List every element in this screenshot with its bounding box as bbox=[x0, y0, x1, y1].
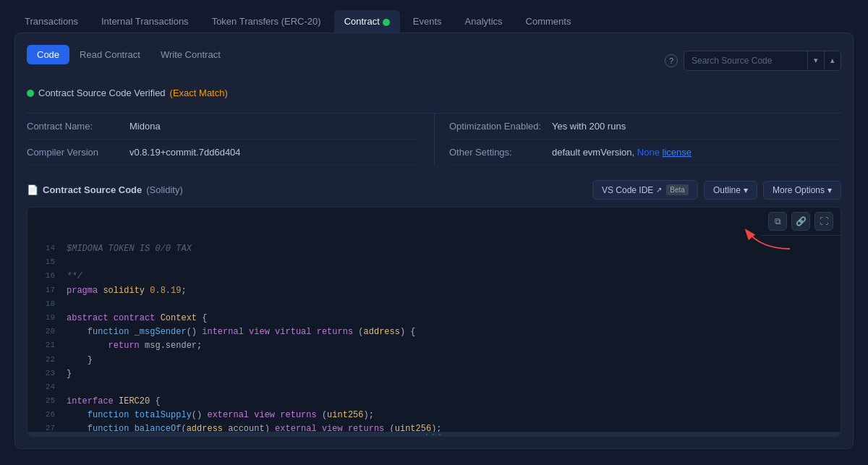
compiler-version-row: Compiler Version v0.8.19+commit.7dd6d404 bbox=[27, 140, 420, 166]
tab-token-transfers[interactable]: Token Transfers (ERC-20) bbox=[202, 10, 331, 33]
tab-comments[interactable]: Comments bbox=[516, 10, 582, 33]
beta-badge: Beta bbox=[666, 184, 689, 195]
code-title-text: Contract Source Code bbox=[43, 184, 142, 195]
contract-verified-icon bbox=[383, 19, 390, 26]
verified-dot bbox=[27, 90, 34, 97]
contract-name-label: Contract Name: bbox=[27, 121, 121, 132]
link-button[interactable]: 🔗 bbox=[791, 212, 810, 231]
code-actions: VS Code IDE ↗ Beta Outline ▾ More Option… bbox=[592, 180, 841, 200]
sub-tab-write-contract[interactable]: Write Contract bbox=[150, 45, 231, 64]
tab-analytics[interactable]: Analytics bbox=[455, 10, 513, 33]
compiler-value: v0.8.19+commit.7dd6d404 bbox=[129, 147, 241, 158]
other-settings-value: default evmVersion, None license bbox=[552, 147, 692, 158]
license-link[interactable]: license bbox=[663, 147, 692, 158]
code-line: 24 bbox=[27, 381, 841, 395]
code-scroll[interactable]: 14 $MIDONA TOKEN IS 0/0 TAX 15 16 **/ 17… bbox=[27, 208, 841, 432]
sub-tab-header: Code Read Contract Write Contract ? ▾ ▴ bbox=[27, 45, 841, 76]
other-settings-label: Other Settings: bbox=[449, 147, 543, 158]
tab-bar: Transactions Internal Transactions Token… bbox=[0, 0, 868, 33]
tab-contract[interactable]: Contract bbox=[334, 10, 400, 33]
code-line: 23 } bbox=[27, 367, 841, 381]
code-line: 22 } bbox=[27, 354, 841, 367]
tab-internal-transactions[interactable]: Internal Transactions bbox=[91, 10, 199, 33]
chevron-down-icon[interactable]: ▾ bbox=[807, 51, 824, 69]
resize-handle[interactable]: • • • bbox=[27, 432, 841, 436]
code-line: 19 abstract contract Context { bbox=[27, 312, 841, 325]
info-grid-left: Contract Name: Midona Compiler Version v… bbox=[27, 114, 434, 166]
code-line: 25 interface IERC20 { bbox=[27, 395, 841, 409]
sub-tab-read-contract[interactable]: Read Contract bbox=[69, 45, 150, 64]
code-line: 18 bbox=[27, 298, 841, 312]
code-toolbar: ⧉ 🔗 ⛶ bbox=[761, 208, 841, 236]
file-icon: 📄 bbox=[27, 184, 38, 195]
code-section-header: 📄 Contract Source Code (Solidity) VS Cod… bbox=[27, 180, 841, 200]
sub-tab-bar: Code Read Contract Write Contract bbox=[27, 45, 231, 64]
contract-name-row: Contract Name: Midona bbox=[27, 114, 420, 140]
code-line: 26 function totalSupply() external view … bbox=[27, 409, 841, 422]
chevron-down-icon: ▾ bbox=[827, 185, 832, 195]
verified-row: Contract Source Code Verified (Exact Mat… bbox=[27, 88, 841, 98]
search-input[interactable] bbox=[684, 51, 807, 70]
code-line: 21 return msg.sender; bbox=[27, 339, 841, 353]
more-options-button[interactable]: More Options ▾ bbox=[763, 181, 841, 200]
other-none: None bbox=[637, 147, 660, 158]
search-area: ? ▾ ▴ bbox=[665, 51, 841, 71]
code-line: 17 pragma solidity 0.8.19; bbox=[27, 284, 841, 298]
contract-info-grid: Contract Name: Midona Compiler Version v… bbox=[27, 113, 841, 166]
code-line: 20 function _msgSender() internal view v… bbox=[27, 325, 841, 339]
copy-button[interactable]: ⧉ bbox=[768, 212, 787, 231]
expand-icon[interactable]: ▴ bbox=[824, 51, 841, 69]
code-title-subtitle: (Solidity) bbox=[146, 184, 183, 195]
tab-events[interactable]: Events bbox=[403, 10, 452, 33]
code-line: 15 bbox=[27, 256, 841, 270]
optimization-value: Yes with 200 runs bbox=[552, 121, 626, 132]
exact-match-text: (Exact Match) bbox=[170, 88, 228, 98]
code-section-title: 📄 Contract Source Code (Solidity) bbox=[27, 184, 183, 195]
chevron-down-icon: ▾ bbox=[744, 185, 748, 195]
outline-button[interactable]: Outline ▾ bbox=[704, 181, 757, 200]
code-block: 14 $MIDONA TOKEN IS 0/0 TAX 15 16 **/ 17… bbox=[27, 236, 841, 432]
fullscreen-button[interactable]: ⛶ bbox=[814, 212, 833, 231]
verified-text: Contract Source Code Verified bbox=[38, 88, 166, 98]
code-line: 14 $MIDONA TOKEN IS 0/0 TAX bbox=[27, 242, 841, 256]
compiler-label: Compiler Version bbox=[27, 147, 121, 158]
contract-name-value: Midona bbox=[129, 121, 161, 132]
other-settings-row: Other Settings: default evmVersion, None… bbox=[449, 140, 841, 166]
main-card: Code Read Contract Write Contract ? ▾ ▴ … bbox=[14, 33, 854, 449]
code-line: 16 **/ bbox=[27, 270, 841, 283]
external-link-icon: ↗ bbox=[656, 186, 662, 194]
search-box: ▾ ▴ bbox=[684, 51, 841, 71]
help-icon[interactable]: ? bbox=[665, 54, 678, 67]
sub-tab-code[interactable]: Code bbox=[27, 45, 69, 64]
vscode-label: VS Code IDE bbox=[602, 185, 653, 195]
tab-transactions[interactable]: Transactions bbox=[14, 10, 88, 33]
code-container: ⧉ 🔗 ⛶ 14 $MIDONA TOKEN IS 0/0 TAX 15 16 … bbox=[27, 207, 841, 437]
optimization-label: Optimization Enabled: bbox=[449, 121, 543, 132]
vscode-button[interactable]: VS Code IDE ↗ Beta bbox=[592, 180, 698, 200]
info-grid-right: Optimization Enabled: Yes with 200 runs … bbox=[434, 114, 841, 166]
optimization-row: Optimization Enabled: Yes with 200 runs bbox=[449, 114, 841, 140]
